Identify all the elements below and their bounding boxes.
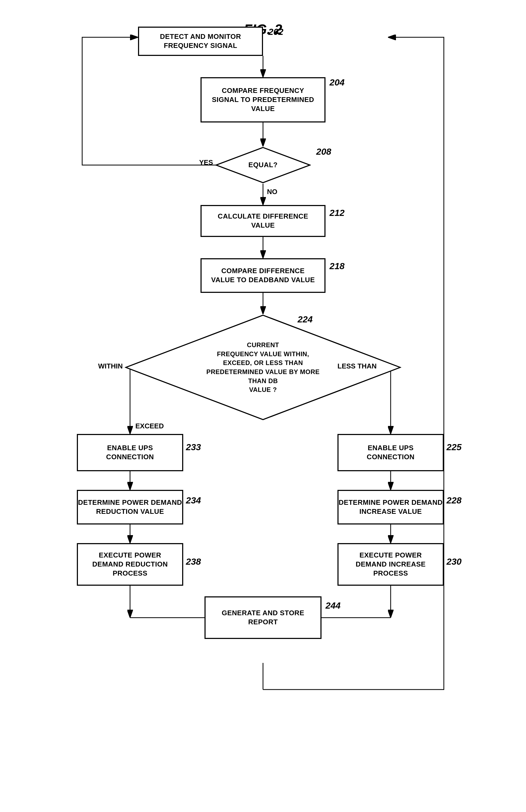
node-228: DETERMINE POWER DEMAND INCREASE VALUE [337,490,444,524]
ref-212: 212 [330,208,345,218]
ref-202: 202 [268,27,284,37]
ref-208: 208 [316,146,331,157]
ref-234: 234 [186,495,201,506]
node-202: DETECT AND MONITOR FREQUENCY SIGNAL [138,27,263,56]
node-244: GENERATE AND STORE REPORT [205,596,321,639]
label-exceed: EXCEED [135,422,164,430]
ref-228: 228 [447,495,462,506]
ref-224: 224 [298,314,313,324]
ref-225: 225 [447,442,462,452]
node-225: ENABLE UPS CONNECTION [337,434,444,471]
ref-233: 233 [186,442,201,452]
ref-218: 218 [330,261,345,271]
node-212: CALCULATE DIFFERENCE VALUE [200,205,326,237]
node-233: ENABLE UPS CONNECTION [77,434,183,471]
node-218: COMPARE DIFFERENCE VALUE TO DEADBAND VAL… [200,258,326,293]
label-yes: YES [199,158,213,166]
ref-230: 230 [447,556,462,567]
node-208: EQUAL? [215,146,311,184]
ref-204: 204 [330,77,345,88]
label-no: NO [267,188,277,196]
label-within: WITHIN [98,362,123,370]
ref-238: 238 [186,556,201,567]
node-238: EXECUTE POWER DEMAND REDUCTION PROCESS [77,543,183,586]
node-234: DETERMINE POWER DEMAND REDUCTION VALUE [77,490,183,524]
label-less-than: LESS THAN [337,362,377,370]
node-204: COMPARE FREQUENCY SIGNAL TO PREDETERMINE… [200,77,326,122]
ref-244: 244 [326,600,341,611]
node-230: EXECUTE POWER DEMAND INCREASE PROCESS [337,543,444,586]
